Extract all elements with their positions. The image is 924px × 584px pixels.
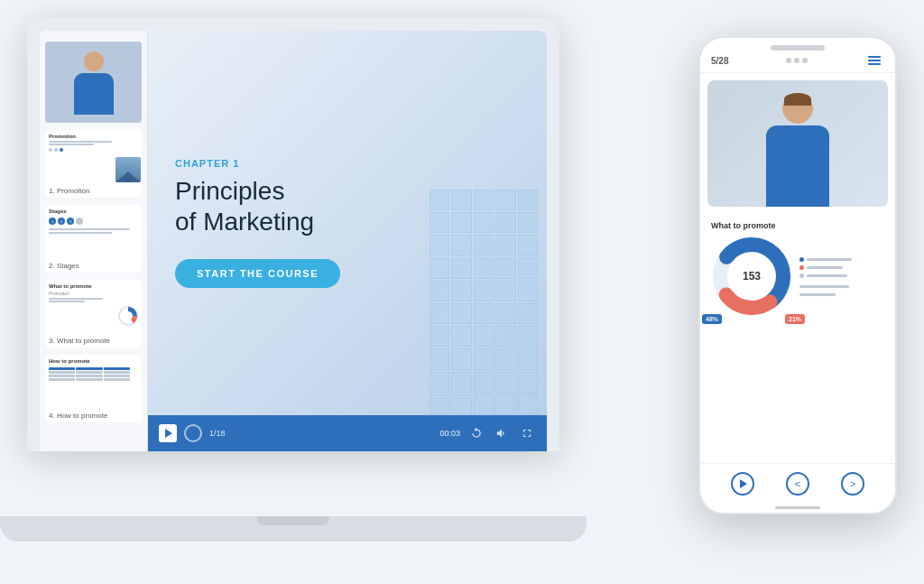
phone-play-button[interactable] [731, 472, 754, 496]
sidebar: Promotion [40, 31, 148, 451]
svg-point-1 [124, 311, 133, 320]
menu-line-3 [868, 63, 881, 65]
phone-prev-button[interactable]: < [786, 472, 809, 496]
phone-chart-area: 153 48% 21% [711, 236, 884, 317]
phone-bottom-bar: < > [700, 463, 895, 503]
slide-2-label: 2. Stages [45, 259, 142, 273]
phone-next-button[interactable]: > [841, 472, 864, 496]
donut-chart: 153 48% 21% [711, 236, 792, 317]
main-top: CHAPTER 1 Principles of Marketing START … [148, 31, 547, 415]
play-icon [165, 429, 172, 438]
percent-48-label: 48% [702, 314, 722, 324]
building [430, 190, 538, 415]
slide-thumbnail-1[interactable]: Promotion [45, 130, 142, 198]
phone-person-head [782, 93, 813, 124]
legend-dot-red [799, 265, 804, 270]
play-button[interactable] [159, 424, 177, 442]
legend-line-3 [807, 274, 847, 277]
legend-line-2 [807, 266, 843, 269]
donut-center-value: 153 [743, 270, 761, 283]
chapter-title-line2: of Marketing [175, 208, 314, 236]
slide-thumbnail-2[interactable]: Stages 1 2 3 [45, 205, 142, 273]
phone-nav-dot [802, 58, 808, 63]
legend-dot-gray [799, 273, 804, 278]
legend-line-1 [807, 258, 852, 261]
legend-item-1 [799, 257, 852, 262]
building-background [366, 162, 547, 415]
phone-content: What to promote 153 48% 21% [700, 214, 895, 463]
phone-nav-dot [786, 58, 791, 63]
laptop: Promotion [27, 18, 587, 542]
laptop-screen: Promotion [40, 31, 547, 451]
legend-item-2 [799, 265, 852, 270]
slide-thumbnail-4[interactable]: How to promote [45, 355, 142, 422]
phone-nav-icons [786, 58, 808, 63]
legend-dot-blue [799, 257, 804, 262]
phone-header: 5/28 [700, 51, 895, 73]
scene: Promotion [0, 0, 924, 584]
fullscreen-button[interactable] [518, 424, 536, 442]
percent-21-label: 21% [785, 314, 805, 324]
phone: 5/28 What to promote [698, 36, 897, 514]
loop-button[interactable] [184, 424, 202, 442]
slide-4-label: 4. How to promote [45, 409, 142, 422]
person-avatar [71, 51, 116, 113]
menu-line-1 [868, 56, 881, 58]
phone-nav-dot [794, 58, 799, 63]
player-bar: 1/18 00:03 [148, 415, 547, 451]
phone-person [766, 93, 829, 207]
phone-video-area [707, 80, 888, 207]
legend-extra-line [799, 285, 849, 288]
main-content: CHAPTER 1 Principles of Marketing START … [148, 31, 547, 451]
refresh-button[interactable] [467, 424, 485, 442]
chapter-text: CHAPTER 1 Principles of Marketing START … [175, 158, 340, 287]
menu-line-2 [868, 60, 881, 61]
time-indicator: 00:03 [439, 429, 460, 438]
phone-play-icon [740, 479, 747, 488]
volume-button[interactable] [493, 424, 511, 442]
laptop-base [0, 516, 587, 542]
chapter-title: Principles of Marketing [175, 176, 340, 236]
phone-slide-count: 5/28 [711, 56, 728, 66]
phone-person-hair [784, 93, 811, 106]
laptop-body: Promotion [27, 18, 559, 451]
chart-legend [799, 257, 852, 296]
phone-home-indicator [775, 506, 820, 509]
slide-1-label: 1. Promotion [45, 184, 142, 198]
legend-extra-line-2 [799, 293, 836, 296]
chapter-title-line1: Principles [175, 177, 284, 205]
phone-slide-title: What to promote [711, 221, 884, 230]
legend-item-3 [799, 273, 852, 278]
phone-person-body [766, 125, 829, 207]
phone-menu-button[interactable] [864, 52, 884, 69]
slide-3-label: 3. What to promote [45, 334, 142, 348]
slide-thumbnail-3[interactable]: What to promote Promotion [45, 280, 142, 348]
progress-indicator: 1/18 [209, 429, 226, 438]
chapter-label: CHAPTER 1 [175, 158, 340, 169]
start-course-button[interactable]: START THE COURSE [175, 259, 340, 288]
slide-thumbnail-main[interactable] [45, 42, 142, 123]
